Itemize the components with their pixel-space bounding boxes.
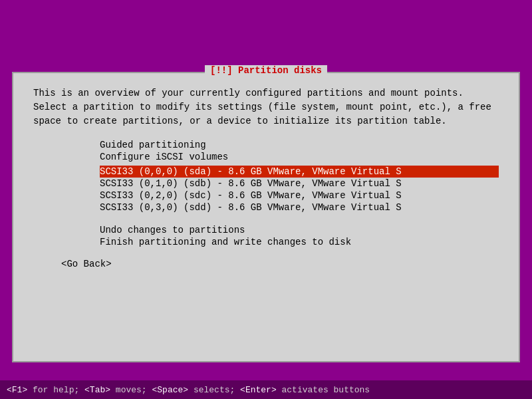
disk-item-sda[interactable]: SCSI33 (0,0,0) (sda) - 8.6 GB VMware, VM… <box>100 166 499 178</box>
option-configure-iscsi[interactable]: Configure iSCSI volumes <box>100 151 499 163</box>
f1-key: <F1> <box>7 385 27 395</box>
status-text: <F1> for help; <Tab> moves; <Space> sele… <box>7 385 370 395</box>
dialog-title: [!!] Partition disks <box>210 65 322 76</box>
disk-item-sdd[interactable]: SCSI33 (0,3,0) (sdd) - 8.6 GB VMware, VM… <box>100 201 499 213</box>
disk-item-sdc[interactable]: SCSI33 (0,2,0) (sdc) - 8.6 GB VMware, VM… <box>100 190 499 201</box>
actions-list: Undo changes to partitions Finish partit… <box>100 224 499 248</box>
status-part2: moves; <box>110 385 152 395</box>
tab-key: <Tab> <box>84 385 110 395</box>
options-list: Guided partitioning Configure iSCSI volu… <box>100 139 499 163</box>
status-part3: selects; <box>188 385 240 395</box>
title-bar: [!!] Partition disks <box>205 65 327 76</box>
enter-key: <Enter> <box>240 385 277 395</box>
status-part4: activates buttons <box>277 385 370 395</box>
main-dialog: [!!] Partition disks This is an overview… <box>12 72 520 362</box>
status-bar: <F1> for help; <Tab> moves; <Space> sele… <box>0 380 532 399</box>
option-guided-partitioning[interactable]: Guided partitioning <box>100 139 499 151</box>
action-finish[interactable]: Finish partitioning and write changes to… <box>100 236 499 248</box>
status-part1: for help; <box>27 385 84 395</box>
disk-item-sdb[interactable]: SCSI33 (0,1,0) (sdb) - 8.6 GB VMware, VM… <box>100 178 499 190</box>
description-text: This is an overview of your currently co… <box>33 86 499 128</box>
dialog-content: This is an overview of your currently co… <box>13 73 519 361</box>
go-back-button[interactable]: <Go Back> <box>61 259 112 269</box>
action-undo[interactable]: Undo changes to partitions <box>100 224 499 236</box>
space-key: <Space> <box>152 385 188 395</box>
disk-list: SCSI33 (0,0,0) (sda) - 8.6 GB VMware, VM… <box>100 166 499 213</box>
